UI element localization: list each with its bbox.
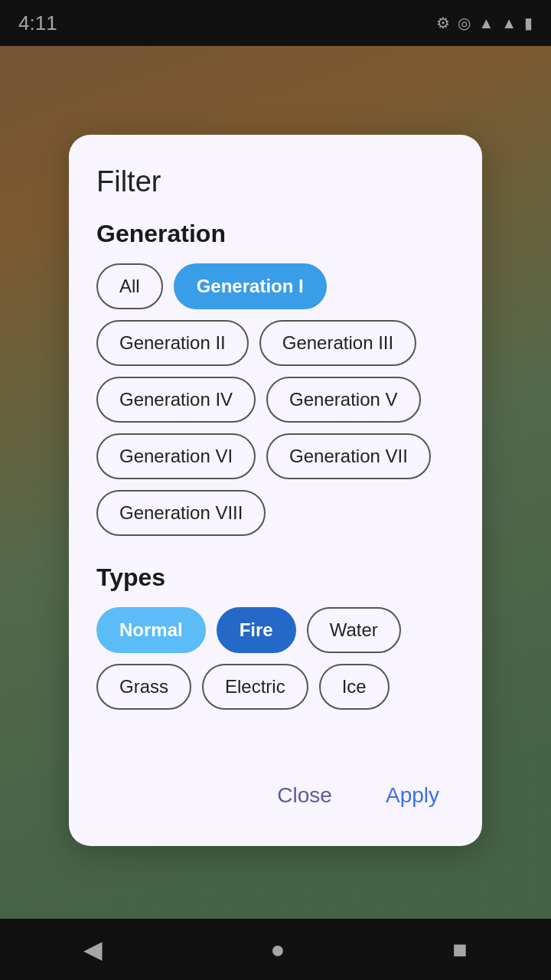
scroll-hint xyxy=(96,722,455,745)
types-chip-group: Normal Fire Water Grass Electric Ice xyxy=(96,607,455,710)
filter-modal: Filter Generation All Generation I Gener… xyxy=(69,135,482,846)
chip-generation-ii[interactable]: Generation II xyxy=(96,320,249,366)
chip-fire[interactable]: Fire xyxy=(217,607,296,653)
chip-ice[interactable]: Ice xyxy=(319,664,390,710)
generation-chip-group: All Generation I Generation II Generatio… xyxy=(96,263,455,536)
chip-generation-iii[interactable]: Generation III xyxy=(259,320,416,366)
chip-water[interactable]: Water xyxy=(307,607,401,653)
close-button[interactable]: Close xyxy=(262,776,347,815)
generation-section: Generation All Generation I Generation I… xyxy=(96,220,455,548)
modal-title: Filter xyxy=(96,165,455,198)
chip-generation-i[interactable]: Generation I xyxy=(174,263,327,309)
chip-generation-iv[interactable]: Generation IV xyxy=(96,377,256,423)
chip-electric[interactable]: Electric xyxy=(202,664,308,710)
chip-generation-viii[interactable]: Generation VIII xyxy=(96,490,266,536)
apply-button[interactable]: Apply xyxy=(370,776,455,815)
modal-backdrop: Filter Generation All Generation I Gener… xyxy=(0,0,551,980)
chip-generation-v[interactable]: Generation V xyxy=(266,377,420,423)
modal-footer: Close Apply xyxy=(96,776,455,815)
chip-grass[interactable]: Grass xyxy=(96,664,191,710)
chip-normal[interactable]: Normal xyxy=(96,607,206,653)
types-section: Types Normal Fire Water Grass Electric I… xyxy=(96,564,455,745)
types-section-title: Types xyxy=(96,564,455,592)
chip-generation-vi[interactable]: Generation VI xyxy=(96,433,256,479)
chip-generation-vii[interactable]: Generation VII xyxy=(266,433,431,479)
generation-section-title: Generation xyxy=(96,220,455,248)
chip-all[interactable]: All xyxy=(96,263,163,309)
